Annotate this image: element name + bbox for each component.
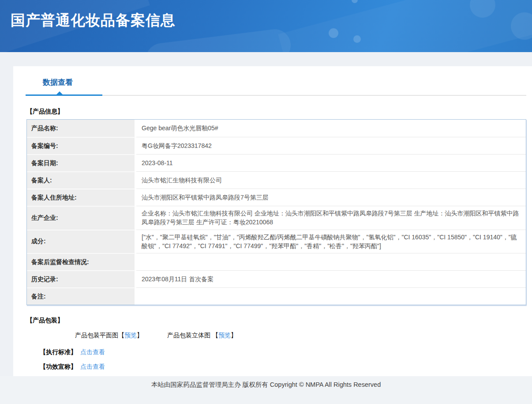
banner-decor-pill xyxy=(144,27,292,52)
row-value: 汕头市潮阳区和平镇紫中路凤皋路段7号第三层 xyxy=(136,189,526,206)
row-value: 汕头市铭汇生物科技有限公司 xyxy=(136,171,526,189)
row-value xyxy=(136,253,526,270)
packaging-stereo-preview-link[interactable]: 预览 xyxy=(218,332,231,339)
main-content: 【产品信息】 产品名称: Gege bear萌色水光唇釉05# 备案编号: 粤G… xyxy=(13,108,532,371)
row-label: 备案编号: xyxy=(27,137,136,154)
tab-active-underline xyxy=(26,94,102,96)
page-footer: 本站由国家药品监督管理局主办 版权所有 Copyright © NMPA All… xyxy=(0,376,532,404)
row-label: 生产企业: xyxy=(27,206,136,230)
banner-decor-circle xyxy=(353,35,361,43)
standard-section-title: 【执行标准】 xyxy=(40,348,77,355)
packaging-flat-label: 产品包装平面图 xyxy=(75,332,118,339)
table-row: 生产企业: 企业名称：汕头市铭汇生物科技有限公司 企业地址：汕头市潮阳区和平镇紫… xyxy=(27,206,526,230)
row-value: ["水"，"聚二甲基硅氧烷"，"甘油"，"丙烯酸羟乙酯/丙烯酰二甲基牛磺酸钠共聚… xyxy=(136,230,526,253)
row-value: 粤G妆网备字2023317842 xyxy=(136,137,526,154)
table-row: 备案日期: 2023-08-11 xyxy=(27,154,526,171)
table-row: 产品名称: Gege bear萌色水光唇釉05# xyxy=(27,120,526,137)
tab-data-view[interactable]: 数据查看 xyxy=(43,77,73,87)
table-row: 备案人住所地址: 汕头市潮阳区和平镇紫中路凤皋路段7号第三层 xyxy=(27,189,526,206)
packaging-stereo-label: 产品包装立体图 xyxy=(167,332,210,339)
tab-active-caret-icon xyxy=(56,91,63,95)
tab-bar: 数据查看 xyxy=(13,66,532,96)
table-row: 备案后监督检查情况: xyxy=(27,253,526,270)
row-label: 成分: xyxy=(27,230,136,253)
product-info-section-title: 【产品信息】 xyxy=(26,108,526,116)
row-label: 产品名称: xyxy=(27,120,136,137)
banner-decor-circle xyxy=(352,0,358,3)
row-label: 备案后监督检查情况: xyxy=(27,253,136,270)
page-title: 国产普通化妆品备案信息 xyxy=(11,11,176,30)
row-value xyxy=(136,287,526,305)
row-label: 备案日期: xyxy=(27,154,136,171)
efficacy-section-title: 【功效宣称】 xyxy=(40,363,77,370)
product-info-table: 产品名称: Gege bear萌色水光唇釉05# 备案编号: 粤G妆网备字202… xyxy=(26,119,526,305)
efficacy-view-link[interactable]: 点击查看 xyxy=(80,363,105,370)
row-label: 备注: xyxy=(27,287,136,305)
bracket-close: 】 xyxy=(231,332,237,339)
row-label: 备案人住所地址: xyxy=(27,189,136,206)
banner-decor-circle xyxy=(329,28,338,38)
packaging-flat-preview-link[interactable]: 预览 xyxy=(124,332,137,339)
content-card: 数据查看 【产品信息】 产品名称: Gege bear萌色水光唇釉05# 备案编… xyxy=(13,66,532,376)
packaging-links-row: 产品包装平面图【预览】产品包装立体图 【预览】 xyxy=(75,332,526,340)
row-label: 历史记录: xyxy=(27,270,136,287)
row-label: 备案人: xyxy=(27,171,136,189)
bracket-open: 【 xyxy=(118,332,124,339)
table-row: 备案人: 汕头市铭汇生物科技有限公司 xyxy=(27,171,526,189)
bracket-close: 】 xyxy=(137,332,143,339)
row-value: Gege bear萌色水光唇釉05# xyxy=(136,120,526,137)
table-row: 成分: ["水"，"聚二甲基硅氧烷"，"甘油"，"丙烯酸羟乙酯/丙烯酰二甲基牛磺… xyxy=(27,230,526,253)
copyright-text: 本站由国家药品监督管理局主办 版权所有 Copyright © NMPA All… xyxy=(151,381,381,389)
efficacy-row: 【功效宣称】点击查看 xyxy=(40,363,526,371)
row-value: 2023-08-11 xyxy=(136,154,526,171)
packaging-section-title: 【产品包装】 xyxy=(26,317,526,325)
standard-row: 【执行标准】点击查看 xyxy=(40,348,526,356)
table-row: 备案编号: 粤G妆网备字2023317842 xyxy=(27,137,526,154)
standard-view-link[interactable]: 点击查看 xyxy=(80,348,105,355)
header-banner: 国产普通化妆品备案信息 xyxy=(0,0,532,52)
table-row: 历史记录: 2023年08月11日 首次备案 xyxy=(27,270,526,287)
row-value: 2023年08月11日 首次备案 xyxy=(136,270,526,287)
row-value: 企业名称：汕头市铭汇生物科技有限公司 企业地址：汕头市潮阳区和平镇紫中路凤皋路段… xyxy=(136,206,526,230)
table-row: 备注: xyxy=(27,287,526,305)
bracket-open: 【 xyxy=(212,332,218,339)
